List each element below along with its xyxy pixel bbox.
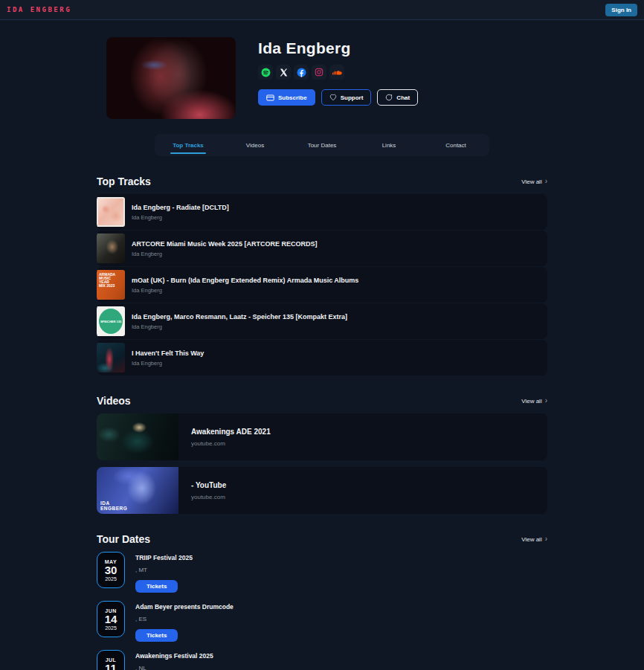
- album-art-text: SPEICHER 135: [99, 309, 123, 334]
- track-row[interactable]: SPEICHER 135 Ida Engberg, Marco Resmann,…: [97, 303, 547, 339]
- event-date-card[interactable]: JUN 14 2025: [97, 601, 125, 637]
- video-thumbnail: [97, 413, 178, 460]
- video-source: youtube.com: [191, 440, 271, 447]
- track-artist: Ida Engberg: [132, 214, 229, 221]
- album-art-text: ARMADA MUSIC YEAR MIX 2023: [99, 273, 117, 288]
- tour-dates-header: Tour Dates View all ›: [97, 533, 547, 545]
- artist-action-buttons: Subscribe Support Chat: [258, 89, 418, 106]
- event-date-card[interactable]: MAY 30 2025: [97, 552, 125, 588]
- album-art: [97, 343, 125, 373]
- tour-event-row: JUN 14 2025 Adam Beyer presents Drumcode…: [97, 601, 547, 642]
- subscribe-button[interactable]: Subscribe: [258, 89, 315, 106]
- top-tracks-view-all[interactable]: View all ›: [521, 178, 547, 185]
- event-day: 30: [105, 564, 117, 576]
- video-title: - YouTube: [191, 481, 226, 489]
- tour-dates-view-all[interactable]: View all ›: [521, 536, 547, 543]
- video-row[interactable]: IDA ENGBERG - YouTube youtube.com: [97, 467, 547, 514]
- album-art: ARMADA MUSIC YEAR MIX 2023: [97, 270, 125, 300]
- track-row[interactable]: ARTCORE Miami Music Week 2025 [ARTCORE R…: [97, 231, 547, 266]
- event-year: 2025: [105, 625, 117, 631]
- tab-top-tracks[interactable]: Top Tracks: [155, 134, 222, 156]
- event-day: 11: [105, 663, 117, 670]
- track-artist: Ida Engberg: [132, 251, 317, 257]
- event-year: 2025: [105, 576, 117, 582]
- track-title: mOat (UK) - Burn (Ida Engberg Extended R…: [132, 277, 358, 284]
- video-thumbnail-text: IDA ENGBERG: [100, 500, 130, 511]
- chat-bubble-icon: [385, 94, 393, 101]
- track-row[interactable]: ARMADA MUSIC YEAR MIX 2023 mOat (UK) - B…: [97, 267, 547, 303]
- site-logo[interactable]: IDA ENGBERG: [7, 6, 71, 13]
- tab-contact[interactable]: Contact: [422, 134, 489, 156]
- instagram-icon: [315, 68, 323, 77]
- tour-dates-section: Tour Dates View all › MAY 30 2025 TRIIP …: [97, 533, 547, 670]
- social-links: [258, 65, 418, 80]
- track-row[interactable]: I Haven't Felt This Way Ida Engberg: [97, 340, 547, 376]
- track-title: ARTCORE Miami Music Week 2025 [ARTCORE R…: [132, 240, 317, 248]
- chevron-right-icon: ›: [545, 536, 547, 542]
- event-title: Adam Beyer presents Drumcode: [135, 603, 234, 611]
- videos-section: Videos View all › Awakenings ADE 2021 yo…: [97, 395, 547, 514]
- event-location: , ES: [135, 616, 234, 622]
- card-icon: [266, 94, 274, 101]
- top-tracks-section: Top Tracks View all › Ida Engberg - Radi…: [97, 175, 547, 376]
- event-title: Awakenings Festival 2025: [135, 652, 213, 660]
- section-tabs: Top Tracks Videos Tour Dates Links Conta…: [155, 134, 489, 156]
- tour-dates-title: Tour Dates: [97, 533, 150, 545]
- heart-icon: [329, 94, 337, 101]
- track-title: I Haven't Felt This Way: [132, 350, 204, 357]
- sign-in-button[interactable]: Sign In: [605, 4, 637, 16]
- x-twitter-link[interactable]: [276, 65, 291, 80]
- videos-view-all[interactable]: View all ›: [521, 398, 547, 405]
- artist-photo: [106, 37, 236, 119]
- track-artist: Ida Engberg: [132, 287, 358, 294]
- event-location: , NL: [135, 665, 213, 670]
- tickets-button[interactable]: Tickets: [135, 580, 178, 593]
- track-row[interactable]: Ida Engberg - Radiate [DCLTD] Ida Engber…: [97, 194, 547, 230]
- artist-name: Ida Engberg: [258, 39, 418, 57]
- spotify-icon: [261, 68, 271, 77]
- track-title: Ida Engberg, Marco Resmann, Laatz - Spei…: [132, 313, 347, 320]
- videos-header: Videos View all ›: [97, 395, 547, 407]
- artist-info: Ida Engberg: [258, 37, 418, 119]
- event-date-card[interactable]: JUL 11 2025: [97, 650, 125, 670]
- tab-videos[interactable]: Videos: [222, 134, 289, 156]
- album-art: [97, 233, 125, 263]
- chevron-right-icon: ›: [545, 178, 547, 184]
- soundcloud-link[interactable]: [329, 65, 344, 80]
- tour-event-row: JUL 11 2025 Awakenings Festival 2025 , N…: [97, 650, 547, 670]
- top-bar: IDA ENGBERG Sign In: [0, 0, 644, 20]
- facebook-icon: [297, 68, 306, 77]
- tour-event-row: MAY 30 2025 TRIIP Festival 2025 , MT Tic…: [97, 552, 547, 593]
- top-tracks-header: Top Tracks View all ›: [97, 175, 547, 187]
- album-art: SPEICHER 135: [97, 306, 125, 336]
- event-title: TRIIP Festival 2025: [135, 554, 193, 561]
- album-art: [97, 197, 125, 227]
- x-icon: [280, 68, 288, 77]
- tickets-button[interactable]: Tickets: [135, 629, 178, 642]
- videos-title: Videos: [97, 395, 131, 407]
- support-button[interactable]: Support: [321, 89, 372, 106]
- event-location: , MT: [135, 567, 193, 573]
- artist-hero: Ida Engberg: [97, 37, 547, 119]
- track-title: Ida Engberg - Radiate [DCLTD]: [132, 204, 229, 211]
- top-tracks-title: Top Tracks: [97, 175, 151, 187]
- event-day: 14: [105, 613, 117, 625]
- video-thumbnail: IDA ENGBERG: [97, 467, 178, 514]
- track-artist: Ida Engberg: [132, 360, 204, 367]
- tab-links[interactable]: Links: [355, 134, 422, 156]
- instagram-link[interactable]: [312, 65, 326, 80]
- spotify-link[interactable]: [258, 65, 273, 80]
- chevron-right-icon: ›: [545, 398, 547, 404]
- main-content: Ida Engberg: [97, 37, 547, 670]
- chat-button[interactable]: Chat: [377, 89, 418, 106]
- video-source: youtube.com: [191, 494, 226, 500]
- track-artist: Ida Engberg: [132, 323, 347, 330]
- facebook-link[interactable]: [294, 65, 309, 80]
- video-row[interactable]: Awakenings ADE 2021 youtube.com: [97, 413, 547, 460]
- tab-tour-dates[interactable]: Tour Dates: [289, 134, 355, 156]
- video-title: Awakenings ADE 2021: [191, 428, 271, 436]
- soundcloud-icon: [332, 68, 342, 77]
